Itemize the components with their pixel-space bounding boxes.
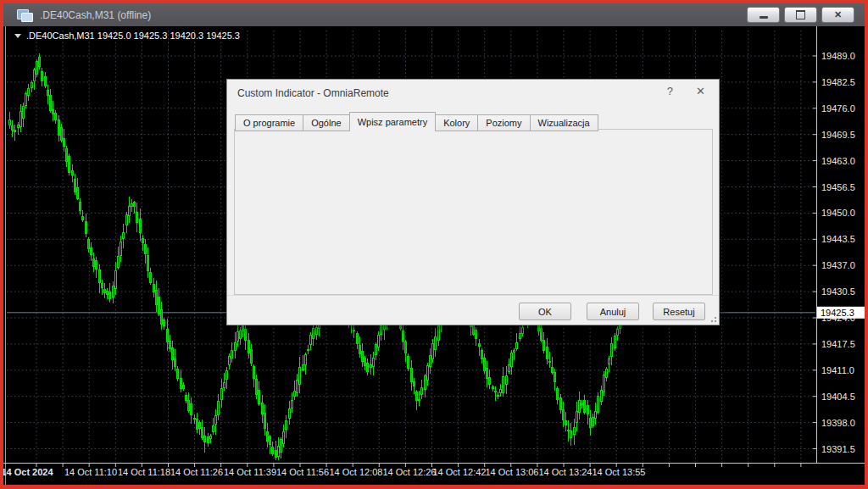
price-axis-label: 19443.5 bbox=[821, 234, 855, 244]
time-axis-label: 14 Oct 13:55 bbox=[593, 467, 646, 477]
reset-button[interactable]: Resetuj bbox=[653, 303, 705, 320]
price-axis-label: 19398.0 bbox=[821, 418, 855, 428]
window-titlebar: .DE40Cash,M31 (offline) ✕ bbox=[3, 3, 865, 26]
time-axis-label: 14 Oct 12:42 bbox=[433, 467, 487, 477]
tab-poziomy[interactable]: Poziomy bbox=[478, 114, 530, 131]
ok-button[interactable]: OK bbox=[519, 303, 571, 320]
time-axis-label: 14 Oct 11:39 bbox=[224, 467, 276, 477]
window-title: .DE40Cash,M31 (offline) bbox=[40, 9, 151, 21]
restore-button[interactable] bbox=[784, 7, 817, 23]
time-axis-label: 14 Oct 11:18 bbox=[118, 467, 170, 477]
time-axis-label: 14 Oct 13:24 bbox=[539, 467, 593, 477]
close-icon: ✕ bbox=[834, 10, 842, 19]
time-axis-label: 14 Oct 11:56 bbox=[276, 467, 329, 477]
time-axis-label: 14 Oct 12:08 bbox=[330, 467, 383, 477]
time-axis-label: 14 Oct 13:06 bbox=[486, 467, 539, 477]
price-axis-label: 19430.5 bbox=[821, 286, 855, 297]
price-axis-label: 19450.0 bbox=[821, 208, 855, 218]
ohlc-header: .DE40Cash,M31 19425.0 19425.3 19420.3 19… bbox=[26, 31, 240, 41]
tab-kolory[interactable]: Kolory bbox=[436, 114, 478, 131]
price-axis-label: 19476.0 bbox=[821, 103, 855, 114]
price-axis-label: 19482.5 bbox=[821, 77, 855, 87]
resize-grip[interactable] bbox=[709, 314, 716, 322]
dialog-title: Custom Indicator - OmniaRemote bbox=[237, 87, 389, 99]
price-axis-label: 19417.5 bbox=[821, 339, 855, 349]
close-button[interactable]: ✕ bbox=[821, 7, 854, 23]
price-axis-label: 19404.5 bbox=[821, 392, 855, 402]
footer-separator bbox=[227, 295, 719, 296]
tab-ogólne[interactable]: Ogólne bbox=[303, 114, 349, 131]
current-price-label: 19425.3 bbox=[821, 308, 854, 318]
dialog-tabs: O programieOgólneWpisz parametryKoloryPo… bbox=[235, 112, 598, 131]
minimize-icon bbox=[760, 16, 768, 19]
time-axis-label: 14 Oct 11:26 bbox=[170, 467, 223, 477]
minimize-button[interactable] bbox=[747, 7, 780, 23]
price-axis-label: 19469.5 bbox=[821, 130, 855, 140]
dialog-help-button[interactable]: ? bbox=[667, 86, 673, 97]
time-axis-label: 14 Oct 11:10 bbox=[64, 467, 117, 477]
cancel-button[interactable]: Anuluj bbox=[587, 303, 639, 320]
tab-page bbox=[234, 129, 713, 295]
metatrader-window: 19489.019482.519476.019469.519463.019456… bbox=[0, 0, 868, 489]
tab-wizualizacja[interactable]: Wizualizacja bbox=[531, 114, 598, 131]
price-axis-label: 19411.0 bbox=[821, 365, 854, 375]
window-controls: ✕ bbox=[747, 7, 854, 23]
price-axis-label: 19391.5 bbox=[821, 444, 855, 454]
time-axis-label: 14 Oct 12:26 bbox=[383, 467, 437, 477]
tab-o-programie[interactable]: O programie bbox=[235, 114, 303, 131]
restore-icon bbox=[796, 10, 805, 19]
time-axis-label: 14 Oct 2024 bbox=[1, 467, 53, 477]
price-axis-label: 19463.0 bbox=[821, 156, 855, 166]
custom-indicator-dialog: Custom Indicator - OmniaRemote ? ✕ O pro… bbox=[226, 79, 720, 325]
chart-window-icon bbox=[17, 9, 32, 21]
price-axis-label: 19437.0 bbox=[821, 260, 855, 270]
tab-wpisz-parametry[interactable]: Wpisz parametry bbox=[349, 112, 437, 131]
price-axis-label: 19489.0 bbox=[821, 51, 855, 61]
dialog-close-button[interactable]: ✕ bbox=[696, 86, 705, 97]
price-axis-label: 19456.5 bbox=[821, 182, 855, 192]
